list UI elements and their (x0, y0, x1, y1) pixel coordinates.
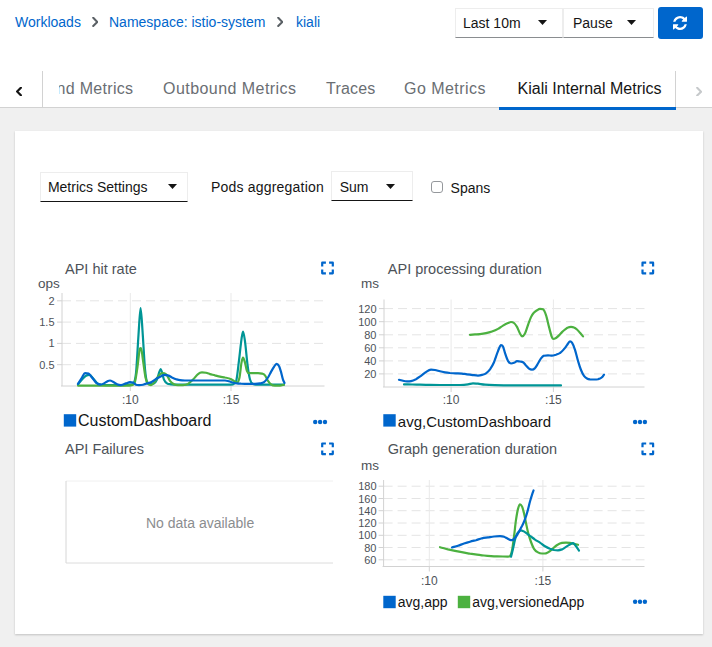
svg-text:120: 120 (358, 517, 376, 529)
svg-text:80: 80 (364, 329, 376, 341)
svg-text:2: 2 (48, 295, 54, 307)
svg-text::15: :15 (545, 393, 562, 407)
svg-text:100: 100 (358, 529, 376, 541)
svg-text:1: 1 (48, 337, 54, 349)
svg-text:60: 60 (364, 342, 376, 354)
svg-text:1.5: 1.5 (39, 316, 54, 328)
svg-text:80: 80 (364, 542, 376, 554)
svg-text:140: 140 (358, 505, 376, 517)
svg-text:20: 20 (364, 368, 376, 380)
svg-text:100: 100 (358, 316, 376, 328)
svg-text:60: 60 (364, 554, 376, 566)
svg-text:120: 120 (358, 303, 376, 315)
svg-text::10: :10 (421, 574, 438, 588)
svg-text:0.5: 0.5 (39, 359, 54, 371)
svg-text::15: :15 (223, 393, 240, 407)
svg-text:160: 160 (358, 493, 376, 505)
svg-text::15: :15 (535, 574, 552, 588)
svg-text::10: :10 (443, 393, 460, 407)
svg-text::10: :10 (122, 393, 139, 407)
svg-text:40: 40 (364, 355, 376, 367)
svg-text:180: 180 (358, 480, 376, 492)
